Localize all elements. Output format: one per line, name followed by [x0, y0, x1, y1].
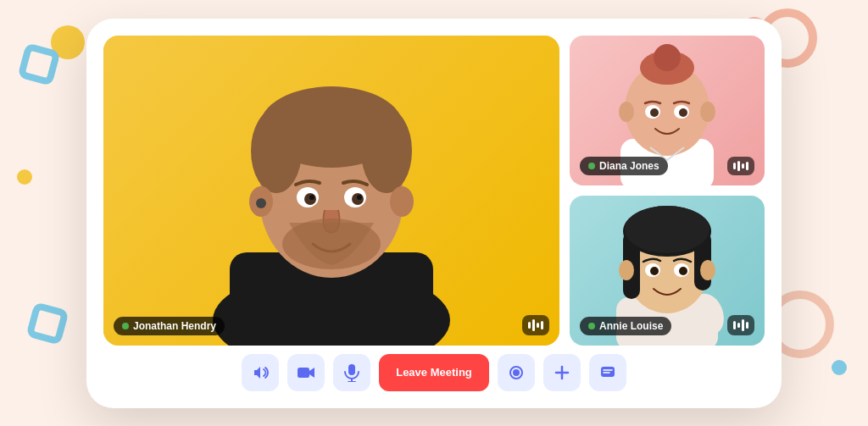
annie-audio-indicator: [727, 315, 754, 335]
annie-status-dot: [588, 323, 595, 329]
decorative-circle-yellow: [51, 25, 85, 59]
decorative-rect-blue-top: [17, 42, 60, 86]
audio-bar-d2: [737, 161, 740, 171]
svg-point-25: [700, 102, 715, 122]
video-diana: Diana Jones: [570, 36, 765, 185]
video-main-jonathan: Jonathan Hendry: [103, 36, 559, 346]
person-jonathan-avatar: [170, 58, 492, 346]
svg-point-28: [650, 108, 659, 117]
decorative-dot-br: [832, 360, 847, 375]
svg-point-49: [513, 369, 520, 376]
video-grid: Jonathan Hendry: [103, 36, 765, 346]
camera-button[interactable]: [287, 354, 325, 391]
speaker-icon: [252, 364, 269, 381]
controls-bar: Leave Meeting: [103, 346, 765, 395]
record-icon: [508, 364, 525, 381]
svg-point-23: [654, 44, 681, 71]
audio-bar-a4: [746, 322, 748, 329]
meeting-device-frame: Jonathan Hendry: [86, 19, 782, 408]
chat-icon: [599, 364, 616, 381]
svg-point-43: [679, 267, 687, 275]
jonathan-status-dot: [122, 323, 129, 329]
audio-bar-a2: [737, 323, 740, 328]
decorative-dot-tl: [17, 169, 32, 185]
svg-rect-52: [601, 367, 615, 377]
audio-bar-4: [541, 321, 543, 329]
svg-point-38: [619, 260, 634, 280]
audio-bar-d3: [742, 163, 744, 169]
leave-meeting-button[interactable]: Leave Meeting: [379, 354, 489, 391]
svg-point-15: [309, 195, 314, 200]
speaker-button[interactable]: [242, 354, 279, 391]
svg-point-10: [256, 198, 266, 208]
jonathan-label: Jonathan Hendry: [114, 317, 225, 335]
video-side-panel: Diana Jones: [570, 36, 765, 346]
svg-point-39: [700, 260, 715, 280]
svg-rect-45: [348, 364, 355, 375]
diana-status-dot: [588, 163, 595, 169]
diana-audio-indicator: [727, 157, 754, 175]
audio-bar-1: [528, 322, 531, 329]
diana-name: Diana Jones: [599, 160, 659, 172]
svg-point-7: [361, 108, 412, 193]
svg-rect-44: [298, 368, 309, 378]
chat-button[interactable]: [589, 354, 626, 391]
decorative-rect-blue-bottom: [25, 302, 69, 345]
microphone-icon: [344, 363, 359, 382]
svg-point-16: [357, 195, 362, 200]
audio-bar-3: [537, 323, 539, 328]
audio-bar-a3: [742, 319, 744, 331]
svg-point-6: [251, 108, 302, 193]
microphone-button[interactable]: [333, 354, 370, 391]
leave-meeting-label: Leave Meeting: [396, 366, 472, 379]
add-button[interactable]: [543, 354, 581, 391]
add-icon: [554, 364, 570, 381]
annie-label: Annie Louise: [580, 317, 671, 335]
video-bg-yellow: [103, 36, 559, 346]
audio-bar-a1: [733, 321, 736, 329]
svg-point-42: [650, 267, 659, 275]
camera-icon: [297, 365, 315, 380]
annie-name: Annie Louise: [599, 320, 663, 332]
audio-bar-d4: [746, 162, 748, 170]
jonathan-audio-indicator: [522, 315, 549, 335]
svg-point-37: [625, 206, 709, 253]
video-annie: Annie Louise: [570, 196, 765, 346]
svg-point-9: [390, 186, 414, 217]
diana-label: Diana Jones: [580, 157, 668, 175]
svg-point-24: [619, 102, 634, 122]
record-button[interactable]: [498, 354, 535, 391]
jonathan-name: Jonathan Hendry: [133, 320, 216, 332]
svg-point-29: [679, 108, 687, 117]
audio-bar-2: [532, 319, 535, 331]
audio-bar-d1: [733, 163, 736, 169]
